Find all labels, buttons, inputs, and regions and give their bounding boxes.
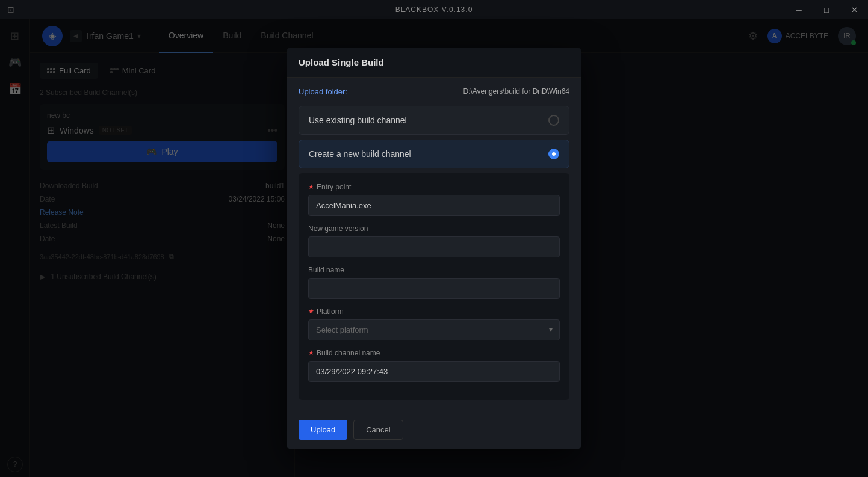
new-channel-option[interactable]: Create a new build channel [299,140,569,168]
entry-point-label: ★ Entry point [308,183,560,191]
maximize-button[interactable]: □ [813,0,840,19]
modal-header: Upload Single Build [287,48,581,78]
modal-footer: Upload Cancel [287,410,581,449]
existing-channel-radio[interactable] [548,115,559,126]
titlebar: ⊡ BLACKBOX V.0.13.0 ─ □ ✕ [0,0,868,19]
platform-select-wrapper: Select platform Windows Linux Mac ▾ [308,319,560,340]
app-icon: ⊡ [7,5,14,14]
platform-group: ★ Platform Select platform Windows Linux… [308,307,560,340]
game-version-group: New game version [308,224,560,257]
modal-overlay: Upload Single Build Upload folder: D:\Av… [0,19,868,477]
entry-point-required: ★ [308,183,314,191]
upload-folder-row: Upload folder: D:\Avengers\build for DnD… [299,87,569,96]
game-version-label: New game version [308,224,560,233]
modal-body: Upload folder: D:\Avengers\build for DnD… [287,78,581,410]
build-channel-required: ★ [308,349,314,357]
cancel-button[interactable]: Cancel [353,420,403,440]
entry-point-input[interactable] [308,195,560,216]
new-channel-radio[interactable] [548,149,559,159]
build-channel-input[interactable] [308,361,560,382]
platform-select[interactable]: Select platform Windows Linux Mac [308,319,560,340]
build-name-group: Build name [308,266,560,299]
upload-folder-value: D:\Avengers\build for DnD\Win64 [463,87,569,96]
titlebar-title: BLACKBOX V.0.13.0 [395,5,473,14]
build-channel-label: ★ Build channel name [308,349,560,357]
form-section: ★ Entry point New game version Build nam… [299,173,569,400]
new-channel-label: Create a new build channel [309,149,411,159]
close-button[interactable]: ✕ [840,0,868,19]
upload-button[interactable]: Upload [299,420,347,440]
build-name-label: Build name [308,266,560,274]
upload-folder-label: Upload folder: [299,87,347,96]
platform-required: ★ [308,307,314,315]
window-controls: ─ □ ✕ [785,0,868,19]
existing-channel-label: Use existing build channel [309,115,407,125]
entry-point-group: ★ Entry point [308,183,560,216]
game-version-input[interactable] [308,236,560,257]
build-name-input[interactable] [308,278,560,299]
upload-modal: Upload Single Build Upload folder: D:\Av… [287,48,581,449]
build-channel-group: ★ Build channel name [308,349,560,382]
existing-channel-option[interactable]: Use existing build channel [299,106,569,135]
minimize-button[interactable]: ─ [785,0,813,19]
platform-label: ★ Platform [308,307,560,316]
modal-title: Upload Single Build [299,57,384,67]
